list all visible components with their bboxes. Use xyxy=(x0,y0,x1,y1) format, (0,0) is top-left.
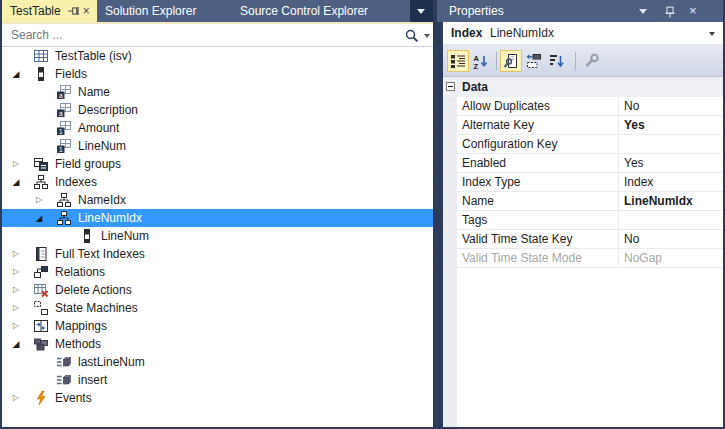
delete-actions-icon xyxy=(33,282,49,298)
expand-arrow-icon[interactable]: ▷ xyxy=(10,299,22,317)
field-string-icon: a xyxy=(56,102,72,118)
collapse-box-icon[interactable] xyxy=(446,82,455,91)
search-icon[interactable] xyxy=(404,28,420,44)
tree-item-lastlinenum[interactable]: lastLineNum xyxy=(2,353,433,371)
properties-title: Properties xyxy=(449,0,504,22)
tab-label: TestTable xyxy=(10,4,61,18)
property-value[interactable]: LineNumIdx xyxy=(624,192,693,211)
tree-item-relations[interactable]: ▷Relations xyxy=(2,263,433,281)
search-bar xyxy=(2,24,433,47)
property-label: Enabled xyxy=(462,154,506,173)
method-icon xyxy=(56,354,72,370)
property-label: Valid Time State Mode xyxy=(462,249,582,268)
tree-item-amount[interactable]: 1Amount xyxy=(2,119,433,137)
property-value[interactable]: No xyxy=(624,97,639,116)
categorized-button[interactable] xyxy=(447,50,469,72)
property-row-configuration-key[interactable]: Configuration Key xyxy=(443,135,723,154)
expand-arrow-icon[interactable]: ▷ xyxy=(10,245,22,263)
expand-arrow-icon[interactable]: ▷ xyxy=(10,389,22,407)
expand-arrow-icon[interactable]: ▷ xyxy=(10,263,22,281)
close-icon[interactable]: × xyxy=(689,0,697,22)
tree-item-indexes[interactable]: ◢Indexes xyxy=(2,173,433,191)
sort-source-button[interactable] xyxy=(546,50,568,72)
tree-item-label: Full Text Indexes xyxy=(55,245,145,263)
tab-list-chevron-icon[interactable] xyxy=(417,9,425,14)
tree-item-mappings[interactable]: ▷Mappings xyxy=(2,317,433,335)
tree-item-field-groups[interactable]: ▷Field groups xyxy=(2,155,433,173)
window-menu-chevron-icon[interactable] xyxy=(639,9,647,14)
index-icon xyxy=(56,210,72,226)
panel-splitter[interactable] xyxy=(433,0,443,429)
tree-item-description[interactable]: aDescription xyxy=(2,101,433,119)
pin-icon[interactable] xyxy=(663,4,677,18)
property-row-allow-duplicates[interactable]: Allow DuplicatesNo xyxy=(443,97,723,116)
search-options-chevron-icon[interactable] xyxy=(424,34,430,38)
relations-icon xyxy=(33,264,49,280)
property-value[interactable]: Index xyxy=(624,173,653,192)
close-icon[interactable]: × xyxy=(83,4,90,18)
tree-item-insert[interactable]: insert xyxy=(2,371,433,389)
property-value[interactable]: Yes xyxy=(624,154,644,173)
tree-item-label: TestTable (isv) xyxy=(55,47,132,65)
category-row-data[interactable]: Data xyxy=(443,77,723,97)
collapse-arrow-icon[interactable]: ◢ xyxy=(33,209,45,227)
property-label: Tags xyxy=(462,211,487,230)
property-row-valid-time-state-key[interactable]: Valid Time State KeyNo xyxy=(443,230,723,249)
application-window: TestTable × Solution Explorer Source Con… xyxy=(0,0,725,429)
method-icon xyxy=(56,372,72,388)
tree-item-label: Field groups xyxy=(55,155,121,173)
property-row-alternate-key[interactable]: Alternate KeyYes xyxy=(443,116,723,135)
collapse-arrow-icon[interactable]: ◢ xyxy=(10,335,22,353)
expand-arrow-icon[interactable]: ▷ xyxy=(10,281,22,299)
property-extender-button[interactable] xyxy=(523,50,545,72)
collapse-arrow-icon[interactable]: ◢ xyxy=(10,65,22,83)
alphabetical-sort-button[interactable]: AZ xyxy=(470,50,492,72)
tree-item-linenum[interactable]: 1LineNum xyxy=(2,137,433,155)
tree-item-linenumidx[interactable]: ◢LineNumIdx xyxy=(2,209,433,227)
pin-icon[interactable] xyxy=(67,4,81,18)
collapse-arrow-icon[interactable]: ◢ xyxy=(10,173,22,191)
properties-titlebar: Properties × xyxy=(437,0,723,22)
tab-testtable[interactable]: TestTable × xyxy=(2,0,97,22)
tree-item-full-text-indexes[interactable]: ▷Full Text Indexes xyxy=(2,245,433,263)
field-number-icon: 1 xyxy=(56,120,72,136)
tree-item-events[interactable]: ▷Events xyxy=(2,389,433,407)
svg-text:Z: Z xyxy=(474,62,479,70)
tree-item-fields[interactable]: ◢Fields xyxy=(2,65,433,83)
property-row-name[interactable]: NameLineNumIdx xyxy=(443,192,723,211)
expand-arrow-icon[interactable]: ▷ xyxy=(10,317,22,335)
tree-item-nameidx[interactable]: ▷NameIdx xyxy=(2,191,433,209)
object-selector-chevron-icon[interactable] xyxy=(709,32,715,36)
field-string-icon: a xyxy=(56,84,72,100)
tree-item-delete-actions[interactable]: ▷Delete Actions xyxy=(2,281,433,299)
property-row-enabled[interactable]: EnabledYes xyxy=(443,154,723,173)
property-pages-button[interactable] xyxy=(581,50,603,72)
tab-source-control-explorer[interactable]: Source Control Explorer xyxy=(230,0,410,22)
tree-item-testtable-isv[interactable]: TestTable (isv) xyxy=(2,47,433,65)
tree-item-methods[interactable]: ◢Methods xyxy=(2,335,433,353)
tree-item-label: Fields xyxy=(55,65,87,83)
tree-item-name[interactable]: aName xyxy=(2,83,433,101)
tab-solution-explorer[interactable]: Solution Explorer xyxy=(97,0,230,22)
property-row-valid-time-state-mode[interactable]: Valid Time State ModeNoGap xyxy=(443,249,723,268)
property-label: Allow Duplicates xyxy=(462,97,550,116)
object-selector[interactable]: Index LineNumIdx xyxy=(443,22,723,45)
property-value[interactable]: No xyxy=(624,230,639,249)
property-value[interactable]: Yes xyxy=(624,116,645,135)
property-row-tags[interactable]: Tags xyxy=(443,211,723,230)
tree-item-state-machines[interactable]: ▷State Machines xyxy=(2,299,433,317)
tree-item-linenum[interactable]: LineNum xyxy=(2,227,433,245)
svg-text:1: 1 xyxy=(59,146,63,153)
property-label: Index Type xyxy=(462,173,521,192)
expand-arrow-icon[interactable]: ▷ xyxy=(10,155,22,173)
property-row-index-type[interactable]: Index TypeIndex xyxy=(443,173,723,192)
tree-item-label: LineNum xyxy=(101,227,149,245)
search-input[interactable] xyxy=(2,24,394,46)
fulltext-icon xyxy=(33,246,49,262)
property-value[interactable]: NoGap xyxy=(624,249,662,268)
field-groups-icon xyxy=(33,156,49,172)
expand-arrow-icon[interactable]: ▷ xyxy=(33,191,45,209)
properties-button[interactable] xyxy=(500,50,522,72)
properties-panel: Index LineNumIdx AZ xyxy=(443,22,723,427)
table-icon xyxy=(33,48,49,64)
